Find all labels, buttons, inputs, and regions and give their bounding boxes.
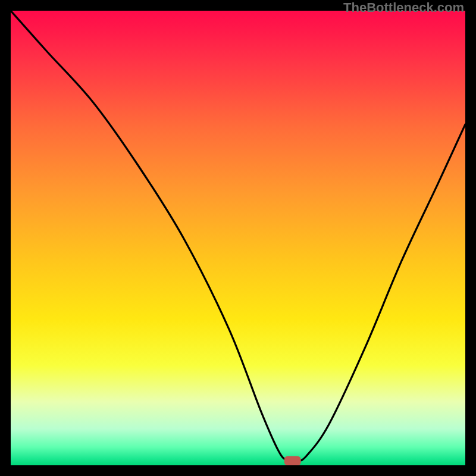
watermark-text: TheBottleneck.com [343, 0, 464, 15]
gradient-background [11, 11, 465, 465]
chart-frame [11, 11, 465, 465]
optimum-marker [284, 456, 301, 465]
bottleneck-chart [11, 11, 465, 465]
